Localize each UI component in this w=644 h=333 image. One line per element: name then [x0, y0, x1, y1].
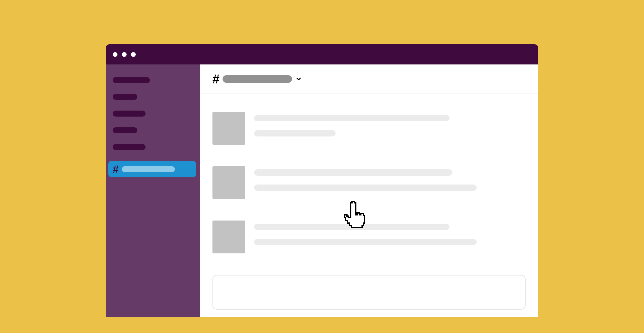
sidebar-item[interactable]: [113, 94, 137, 100]
message-text-line: [254, 239, 477, 245]
compose-area: [212, 275, 526, 311]
message-row[interactable]: [212, 112, 526, 145]
main-panel: #: [200, 64, 538, 317]
window-control-maximize[interactable]: [131, 52, 136, 57]
message-text-line: [254, 169, 452, 176]
sidebar-item[interactable]: [113, 77, 150, 83]
hash-icon: #: [113, 164, 119, 174]
channel-header: #: [200, 64, 538, 94]
window-control-minimize[interactable]: [122, 52, 127, 57]
chevron-down-icon[interactable]: [295, 76, 302, 82]
avatar[interactable]: [212, 166, 245, 199]
message-row[interactable]: [212, 166, 526, 199]
sidebar-active-channel-label: [122, 166, 175, 172]
message-text-line: [254, 224, 450, 230]
app-window: # #: [106, 44, 538, 317]
message-list: [200, 94, 538, 253]
avatar[interactable]: [212, 221, 245, 253]
hash-icon: #: [212, 73, 219, 85]
sidebar-item[interactable]: [113, 127, 137, 133]
channel-name: [223, 75, 292, 83]
sidebar: #: [106, 64, 200, 317]
sidebar-item[interactable]: [113, 144, 146, 150]
window-control-close[interactable]: [113, 52, 117, 57]
message-text-line: [254, 115, 450, 121]
message-input[interactable]: [212, 275, 526, 310]
message-text-line: [254, 130, 336, 136]
message-body: [254, 221, 526, 253]
message-text-line: [254, 185, 477, 191]
message-body: [254, 166, 526, 199]
message-row[interactable]: [212, 221, 526, 253]
message-body: [254, 112, 526, 145]
titlebar: [106, 44, 538, 64]
sidebar-item[interactable]: [113, 111, 146, 117]
avatar[interactable]: [212, 112, 245, 145]
sidebar-active-channel[interactable]: #: [108, 161, 196, 177]
app-body: # #: [106, 64, 538, 317]
